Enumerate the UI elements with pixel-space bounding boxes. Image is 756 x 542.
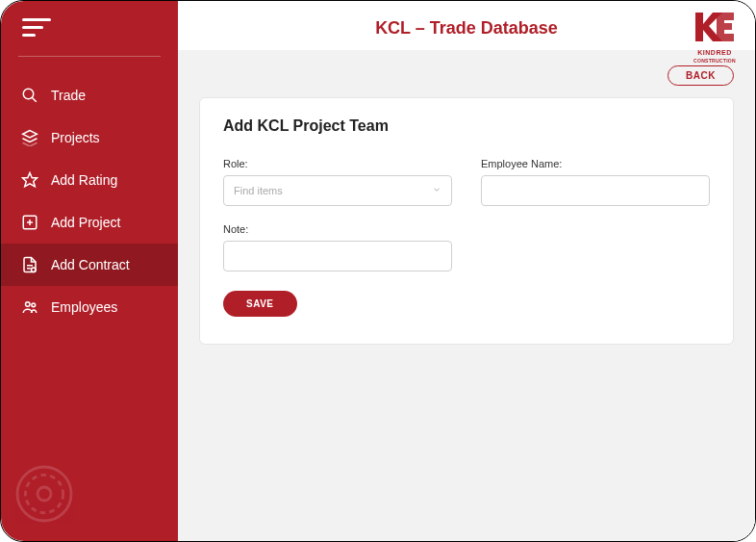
sidebar-nav: Trade Projects Add Rating Add Project <box>1 74 178 328</box>
form-grid: Role: Find items Employee Name: <box>223 158 710 271</box>
svg-point-10 <box>26 302 31 307</box>
svg-point-14 <box>38 487 51 501</box>
star-icon <box>20 170 39 190</box>
sidebar-item-label: Add Rating <box>51 172 117 188</box>
page-title: KCL – Trade Database <box>375 18 558 39</box>
svg-marker-2 <box>23 131 38 139</box>
menu-toggle-button[interactable] <box>1 1 178 48</box>
chevron-down-icon <box>432 185 441 196</box>
svg-point-0 <box>23 89 34 99</box>
field-role: Role: Find items <box>223 158 452 206</box>
sidebar: Trade Projects Add Rating Add Project <box>1 1 178 541</box>
role-label: Role: <box>223 158 452 169</box>
sidebar-item-add-rating[interactable]: Add Rating <box>1 159 178 201</box>
sidebar-item-employees[interactable]: Employees <box>1 286 178 328</box>
logo-subtext: CONSTRUCTION <box>693 58 736 64</box>
layers-icon <box>20 128 39 147</box>
note-label: Note: <box>223 223 452 235</box>
svg-point-11 <box>32 303 36 307</box>
svg-marker-3 <box>23 173 38 187</box>
back-button[interactable]: BACK <box>668 65 734 86</box>
logo-icon <box>693 11 736 43</box>
sidebar-item-label: Add Contract <box>51 257 130 272</box>
plus-square-icon <box>20 213 39 232</box>
employee-name-label: Employee Name: <box>481 158 710 169</box>
sidebar-item-trade[interactable]: Trade <box>1 74 178 116</box>
sidebar-item-add-contract[interactable]: Add Contract <box>1 244 178 286</box>
sidebar-item-label: Add Project <box>51 215 120 230</box>
field-employee-name: Employee Name: <box>481 158 710 206</box>
svg-point-9 <box>32 268 37 272</box>
main-content: KCL – Trade Database KINDRED CONSTRUCTIO… <box>178 1 755 541</box>
employee-name-input[interactable] <box>481 175 710 206</box>
svg-point-13 <box>25 475 63 512</box>
svg-line-1 <box>32 97 37 102</box>
hamburger-icon <box>22 18 157 37</box>
logo-text: KINDRED <box>693 49 736 56</box>
role-select[interactable]: Find items <box>223 175 452 206</box>
sidebar-item-label: Trade <box>51 88 86 103</box>
form-card: Add KCL Project Team Role: Find items Em… <box>199 97 734 345</box>
people-icon <box>20 297 39 317</box>
save-button[interactable]: SAVE <box>223 291 297 317</box>
app-container: Trade Projects Add Rating Add Project <box>0 0 756 542</box>
sidebar-item-label: Employees <box>51 299 117 315</box>
sidebar-item-label: Projects <box>51 130 100 145</box>
brand-logo: KINDRED CONSTRUCTION <box>693 11 736 64</box>
header: KCL – Trade Database KINDRED CONSTRUCTIO… <box>178 1 755 50</box>
document-icon <box>20 255 39 274</box>
sidebar-divider <box>18 56 161 57</box>
sidebar-item-projects[interactable]: Projects <box>1 116 178 159</box>
sidebar-item-add-project[interactable]: Add Project <box>1 201 178 244</box>
watermark-icon <box>11 460 78 531</box>
search-icon <box>20 86 39 105</box>
field-note: Note: <box>223 223 452 271</box>
card-title: Add KCL Project Team <box>223 117 710 135</box>
back-row: BACK <box>199 65 734 86</box>
note-input[interactable] <box>223 241 452 271</box>
content-area: BACK Add KCL Project Team Role: Find ite… <box>178 50 755 541</box>
role-placeholder: Find items <box>234 185 283 196</box>
